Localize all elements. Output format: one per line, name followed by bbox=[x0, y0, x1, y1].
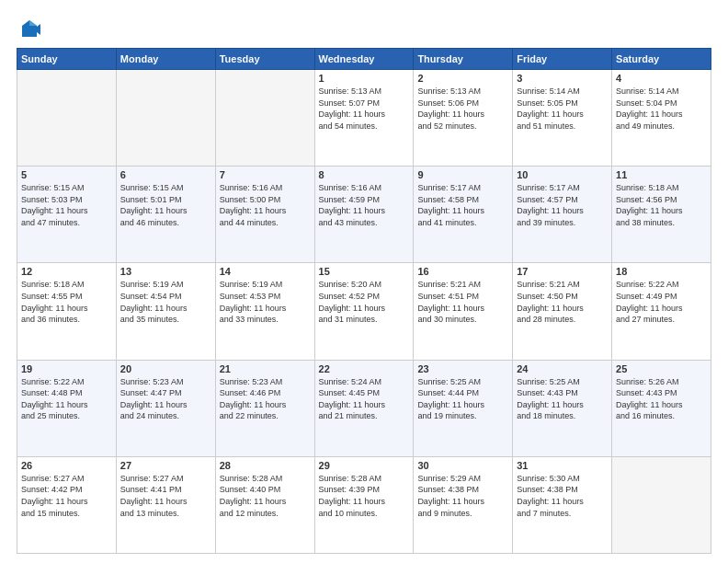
page: SundayMondayTuesdayWednesdayThursdayFrid… bbox=[0, 0, 728, 563]
day-number: 1 bbox=[319, 73, 410, 84]
day-number: 3 bbox=[517, 73, 608, 84]
calendar-cell: 27Sunrise: 5:27 AM Sunset: 4:41 PM Dayli… bbox=[116, 456, 215, 553]
cell-content: Sunrise: 5:25 AM Sunset: 4:44 PM Dayligh… bbox=[417, 376, 508, 422]
cell-content: Sunrise: 5:30 AM Sunset: 4:38 PM Dayligh… bbox=[517, 473, 608, 519]
cell-content: Sunrise: 5:13 AM Sunset: 5:06 PM Dayligh… bbox=[417, 86, 508, 132]
day-number: 31 bbox=[517, 460, 608, 471]
cell-content: Sunrise: 5:21 AM Sunset: 4:51 PM Dayligh… bbox=[417, 279, 508, 325]
day-number: 6 bbox=[120, 169, 211, 180]
cell-content: Sunrise: 5:14 AM Sunset: 5:04 PM Dayligh… bbox=[616, 86, 707, 132]
calendar-cell: 31Sunrise: 5:30 AM Sunset: 4:38 PM Dayli… bbox=[513, 456, 612, 553]
calendar-cell: 14Sunrise: 5:19 AM Sunset: 4:53 PM Dayli… bbox=[215, 263, 314, 360]
logo-icon bbox=[17, 17, 42, 42]
cell-content: Sunrise: 5:27 AM Sunset: 4:42 PM Dayligh… bbox=[21, 473, 112, 519]
weekday-header-cell: Saturday bbox=[612, 49, 711, 70]
calendar-cell: 25Sunrise: 5:26 AM Sunset: 4:43 PM Dayli… bbox=[612, 360, 711, 456]
calendar-cell: 9Sunrise: 5:17 AM Sunset: 4:58 PM Daylig… bbox=[414, 167, 513, 263]
calendar-cell: 18Sunrise: 5:22 AM Sunset: 4:49 PM Dayli… bbox=[612, 263, 711, 360]
calendar-cell: 13Sunrise: 5:19 AM Sunset: 4:54 PM Dayli… bbox=[116, 263, 215, 360]
cell-content: Sunrise: 5:28 AM Sunset: 4:40 PM Dayligh… bbox=[220, 473, 311, 519]
day-number: 12 bbox=[21, 266, 112, 277]
calendar-cell: 1Sunrise: 5:13 AM Sunset: 5:07 PM Daylig… bbox=[314, 70, 414, 167]
cell-content: Sunrise: 5:16 AM Sunset: 5:00 PM Dayligh… bbox=[220, 182, 311, 228]
calendar-cell: 19Sunrise: 5:22 AM Sunset: 4:48 PM Dayli… bbox=[17, 360, 117, 456]
day-number: 2 bbox=[417, 73, 508, 84]
cell-content: Sunrise: 5:29 AM Sunset: 4:38 PM Dayligh… bbox=[417, 473, 508, 519]
day-number: 23 bbox=[417, 363, 508, 374]
day-number: 26 bbox=[21, 460, 112, 471]
day-number: 28 bbox=[220, 460, 311, 471]
calendar-cell: 28Sunrise: 5:28 AM Sunset: 4:40 PM Dayli… bbox=[215, 456, 314, 553]
logo bbox=[17, 17, 46, 42]
weekday-header-cell: Tuesday bbox=[215, 49, 314, 70]
weekday-header-cell: Wednesday bbox=[314, 49, 414, 70]
calendar-cell: 6Sunrise: 5:15 AM Sunset: 5:01 PM Daylig… bbox=[116, 167, 215, 263]
calendar-cell: 29Sunrise: 5:28 AM Sunset: 4:39 PM Dayli… bbox=[314, 456, 414, 553]
weekday-header-cell: Friday bbox=[513, 49, 612, 70]
cell-content: Sunrise: 5:27 AM Sunset: 4:41 PM Dayligh… bbox=[120, 473, 211, 519]
cell-content: Sunrise: 5:17 AM Sunset: 4:58 PM Dayligh… bbox=[417, 182, 508, 228]
cell-content: Sunrise: 5:26 AM Sunset: 4:43 PM Dayligh… bbox=[616, 376, 707, 422]
cell-content: Sunrise: 5:16 AM Sunset: 4:59 PM Dayligh… bbox=[319, 182, 410, 228]
cell-content: Sunrise: 5:25 AM Sunset: 4:43 PM Dayligh… bbox=[517, 376, 608, 422]
cell-content: Sunrise: 5:20 AM Sunset: 4:52 PM Dayligh… bbox=[319, 279, 410, 325]
cell-content: Sunrise: 5:15 AM Sunset: 5:01 PM Dayligh… bbox=[120, 182, 211, 228]
day-number: 9 bbox=[417, 169, 508, 180]
day-number: 30 bbox=[417, 460, 508, 471]
day-number: 11 bbox=[616, 169, 707, 180]
calendar-cell: 5Sunrise: 5:15 AM Sunset: 5:03 PM Daylig… bbox=[17, 167, 117, 263]
calendar-cell: 24Sunrise: 5:25 AM Sunset: 4:43 PM Dayli… bbox=[513, 360, 612, 456]
cell-content: Sunrise: 5:24 AM Sunset: 4:45 PM Dayligh… bbox=[319, 376, 410, 422]
day-number: 17 bbox=[517, 266, 608, 277]
calendar-cell: 21Sunrise: 5:23 AM Sunset: 4:46 PM Dayli… bbox=[215, 360, 314, 456]
calendar-week-row: 19Sunrise: 5:22 AM Sunset: 4:48 PM Dayli… bbox=[17, 360, 711, 456]
day-number: 20 bbox=[120, 363, 211, 374]
cell-content: Sunrise: 5:22 AM Sunset: 4:48 PM Dayligh… bbox=[21, 376, 112, 422]
cell-content: Sunrise: 5:17 AM Sunset: 4:57 PM Dayligh… bbox=[517, 182, 608, 228]
cell-content: Sunrise: 5:28 AM Sunset: 4:39 PM Dayligh… bbox=[319, 473, 410, 519]
calendar-cell: 16Sunrise: 5:21 AM Sunset: 4:51 PM Dayli… bbox=[414, 263, 513, 360]
calendar-cell: 4Sunrise: 5:14 AM Sunset: 5:04 PM Daylig… bbox=[612, 70, 711, 167]
day-number: 13 bbox=[120, 266, 211, 277]
cell-content: Sunrise: 5:19 AM Sunset: 4:53 PM Dayligh… bbox=[220, 279, 311, 325]
calendar-week-row: 5Sunrise: 5:15 AM Sunset: 5:03 PM Daylig… bbox=[17, 167, 711, 263]
calendar-cell: 8Sunrise: 5:16 AM Sunset: 4:59 PM Daylig… bbox=[314, 167, 414, 263]
weekday-header-cell: Sunday bbox=[17, 49, 117, 70]
calendar-body: 1Sunrise: 5:13 AM Sunset: 5:07 PM Daylig… bbox=[17, 70, 711, 554]
calendar-cell: 2Sunrise: 5:13 AM Sunset: 5:06 PM Daylig… bbox=[414, 70, 513, 167]
calendar-week-row: 12Sunrise: 5:18 AM Sunset: 4:55 PM Dayli… bbox=[17, 263, 711, 360]
day-number: 25 bbox=[616, 363, 707, 374]
day-number: 4 bbox=[616, 73, 707, 84]
calendar-cell bbox=[215, 70, 314, 167]
calendar-cell: 20Sunrise: 5:23 AM Sunset: 4:47 PM Dayli… bbox=[116, 360, 215, 456]
day-number: 24 bbox=[517, 363, 608, 374]
calendar-cell: 26Sunrise: 5:27 AM Sunset: 4:42 PM Dayli… bbox=[17, 456, 117, 553]
calendar-cell bbox=[17, 70, 117, 167]
cell-content: Sunrise: 5:21 AM Sunset: 4:50 PM Dayligh… bbox=[517, 279, 608, 325]
cell-content: Sunrise: 5:13 AM Sunset: 5:07 PM Dayligh… bbox=[319, 86, 410, 132]
weekday-header-cell: Monday bbox=[116, 49, 215, 70]
cell-content: Sunrise: 5:23 AM Sunset: 4:47 PM Dayligh… bbox=[120, 376, 211, 422]
calendar-cell: 10Sunrise: 5:17 AM Sunset: 4:57 PM Dayli… bbox=[513, 167, 612, 263]
calendar-header: SundayMondayTuesdayWednesdayThursdayFrid… bbox=[17, 49, 711, 70]
calendar-cell: 30Sunrise: 5:29 AM Sunset: 4:38 PM Dayli… bbox=[414, 456, 513, 553]
day-number: 18 bbox=[616, 266, 707, 277]
day-number: 14 bbox=[220, 266, 311, 277]
svg-marker-1 bbox=[29, 20, 37, 26]
calendar-cell: 15Sunrise: 5:20 AM Sunset: 4:52 PM Dayli… bbox=[314, 263, 414, 360]
day-number: 16 bbox=[417, 266, 508, 277]
weekday-header-cell: Thursday bbox=[414, 49, 513, 70]
calendar-cell bbox=[612, 456, 711, 553]
day-number: 29 bbox=[319, 460, 410, 471]
cell-content: Sunrise: 5:19 AM Sunset: 4:54 PM Dayligh… bbox=[120, 279, 211, 325]
day-number: 5 bbox=[21, 169, 112, 180]
day-number: 15 bbox=[319, 266, 410, 277]
calendar-cell bbox=[116, 70, 215, 167]
day-number: 22 bbox=[319, 363, 410, 374]
calendar-table: SundayMondayTuesdayWednesdayThursdayFrid… bbox=[17, 48, 711, 554]
cell-content: Sunrise: 5:15 AM Sunset: 5:03 PM Dayligh… bbox=[21, 182, 112, 228]
cell-content: Sunrise: 5:18 AM Sunset: 4:56 PM Dayligh… bbox=[616, 182, 707, 228]
calendar-cell: 12Sunrise: 5:18 AM Sunset: 4:55 PM Dayli… bbox=[17, 263, 117, 360]
calendar-week-row: 1Sunrise: 5:13 AM Sunset: 5:07 PM Daylig… bbox=[17, 70, 711, 167]
cell-content: Sunrise: 5:23 AM Sunset: 4:46 PM Dayligh… bbox=[220, 376, 311, 422]
